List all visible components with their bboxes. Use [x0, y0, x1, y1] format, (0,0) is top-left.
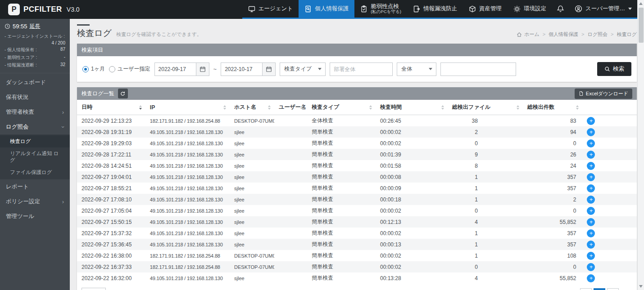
cell-username [274, 239, 307, 250]
column-header-scan-duration[interactable]: 検査時間 [376, 100, 448, 115]
monitor-icon [248, 5, 255, 13]
column-header-datetime[interactable]: 日時 [77, 100, 145, 115]
cell-username [274, 171, 307, 183]
scrollbar-down-arrow[interactable] [639, 285, 643, 288]
user-menu[interactable]: スーパー管理… [569, 0, 638, 18]
cell-scan-duration: 00:00:02 [376, 261, 448, 272]
cell-detected-files: 1 [448, 228, 523, 239]
search-panel-title: 検索項目 [82, 46, 103, 54]
sidebar-subitem-file-protect-log[interactable]: ファイル保護ログ [0, 166, 70, 178]
cell-detail: + [582, 205, 637, 216]
cell-detected-files: 1 [448, 183, 523, 194]
pagination-page-1[interactable]: 1 [580, 288, 592, 290]
nav-vulnerability-check[interactable]: 脆弱性点検 (私のPCを守る) [354, 0, 407, 18]
scrollbar-up-arrow[interactable] [639, 2, 643, 5]
excel-download-button[interactable]: Excelダウンロード [575, 89, 632, 99]
row-expand-button[interactable]: + [587, 274, 595, 282]
pagination-prev-button[interactable]: 前 [567, 288, 578, 290]
brand-logo[interactable]: P PCFILTER V3.0 [0, 0, 88, 19]
scan-type-select[interactable]: 検査タイプ [280, 62, 326, 76]
table-row: 2022-09-28 17:22:1149.105.101.218 / 192.… [77, 149, 637, 160]
date-to-calendar-button[interactable] [262, 62, 276, 76]
cell-detected-files: 4 [448, 272, 523, 284]
pagination-next-button[interactable]: 次 [621, 288, 632, 290]
sidebar: 59:55 延長 - エージェントインストール : 4 / 200 - 個人情報… [0, 19, 70, 290]
cell-scan-type: 簡単検査 [307, 160, 376, 171]
cell-datetime: 2022-09-28 17:22:11 [77, 149, 145, 160]
breadcrumb: ホーム 個人情報保護 ログ照会 検査ログ [517, 31, 637, 38]
row-expand-button[interactable]: + [587, 229, 595, 237]
date-from-input[interactable] [154, 62, 196, 76]
row-expand-button[interactable]: + [587, 173, 595, 181]
pagination-page-2-active[interactable]: 2 [594, 288, 605, 290]
clock-icon [5, 23, 10, 29]
sidebar-item-admin-tools[interactable]: 管理ツール [0, 209, 70, 224]
notifications-button[interactable] [552, 0, 569, 18]
breadcrumb-home[interactable]: ホーム [524, 31, 540, 38]
keyword-input[interactable] [440, 62, 516, 76]
column-header-ip[interactable]: IP [145, 100, 230, 115]
radio-icon [109, 66, 115, 72]
document-search-icon [304, 5, 312, 13]
sidebar-subitem-scan-log[interactable]: 検査ログ [0, 135, 70, 147]
row-expand-button[interactable]: + [587, 196, 595, 204]
scope-select[interactable]: 全体 [397, 62, 436, 76]
cell-scan-type: 簡単検査 [307, 261, 376, 272]
row-expand-button[interactable]: + [587, 241, 595, 249]
row-expand-button[interactable]: + [587, 128, 595, 136]
breadcrumb-personal-info[interactable]: 個人情報保護 [540, 31, 578, 38]
row-expand-button[interactable]: + [587, 218, 595, 226]
column-header-detected-files[interactable]: 総検出ファイル [448, 100, 523, 115]
column-header-scan-type[interactable]: 検査タイプ [307, 100, 376, 115]
sidebar-item-holdings[interactable]: 保有状況 [0, 90, 70, 105]
extend-session-link[interactable]: 延長 [30, 22, 41, 30]
breadcrumb-log-inquiry[interactable]: ログ照会 [578, 31, 608, 38]
period-radio-user-specified[interactable]: ユーザー指定 [109, 65, 150, 73]
row-expand-button[interactable]: + [587, 184, 595, 192]
table-row: 2022-09-27 18:55:2149.105.101.218 / 192.… [77, 183, 637, 194]
refresh-button[interactable] [118, 89, 128, 98]
sidebar-item-policy[interactable]: ポリシー設定› [0, 194, 70, 209]
row-expand-button[interactable]: + [587, 117, 595, 125]
date-from-calendar-button[interactable] [196, 62, 209, 76]
row-expand-button[interactable]: + [587, 207, 595, 215]
cell-username [274, 160, 307, 171]
nav-leak-prevention[interactable]: 情報漏洩防止 [407, 0, 463, 18]
sidebar-subitem-realtime-log[interactable]: リアルタイム通知 ログ [0, 147, 70, 166]
column-header-detected-count[interactable]: 総検出件数 [523, 100, 583, 115]
table-row: 2022-09-27 15:50:1549.105.101.218 / 192.… [77, 216, 637, 228]
table-row: 2022-09-28 19:29:0349.105.101.218 / 192.… [77, 138, 637, 149]
date-to-input[interactable] [221, 62, 262, 76]
column-header-username[interactable]: ユーザー名 [274, 100, 307, 115]
column-header-hostname[interactable]: ホスト名 [230, 100, 274, 115]
cell-datetime: 2022-09-29 12:13:23 [77, 115, 145, 127]
row-expand-button[interactable]: + [587, 252, 595, 260]
sidebar-item-log-inquiry[interactable]: ログ照会› [0, 120, 70, 134]
cell-detail: + [582, 115, 637, 127]
nav-personal-info-protection[interactable]: 個人情報保護 [299, 0, 354, 18]
period-radio-one-month[interactable]: 1ヶ月 [82, 65, 105, 73]
sidebar-item-report[interactable]: レポート [0, 179, 70, 194]
row-expand-button[interactable]: + [587, 151, 595, 159]
department-input[interactable] [330, 62, 393, 76]
pagination-page-3[interactable]: 3 [607, 288, 619, 290]
vertical-scrollbar[interactable] [637, 0, 644, 290]
search-button[interactable]: 検索 [597, 62, 631, 76]
cell-detected-files: 8 [448, 160, 523, 171]
page-size-select[interactable]: 15 [82, 288, 106, 290]
nav-agent[interactable]: エージェント [242, 0, 299, 18]
row-expand-button[interactable]: + [587, 263, 595, 271]
cell-detail: + [582, 216, 637, 228]
sidebar-item-admin-scan[interactable]: 管理者検査› [0, 105, 70, 120]
nav-item-sublabel: (私のPCを守る) [371, 9, 401, 14]
sidebar-item-dashboard[interactable]: ダッシュボード [0, 75, 70, 90]
row-expand-button[interactable]: + [587, 139, 595, 147]
sidebar-menu: ダッシュボード 保有状況 管理者検査› ログ照会› 検査ログ リアルタイム通知 … [0, 73, 70, 224]
cell-detail: + [582, 126, 637, 138]
bell-icon [557, 5, 564, 13]
nav-settings[interactable]: 環境設定 [508, 0, 552, 18]
scrollbar-thumb[interactable] [639, 8, 644, 43]
row-expand-button[interactable]: + [587, 162, 595, 170]
nav-item-label: エージェント [259, 5, 293, 13]
nav-asset-management[interactable]: 資産管理 [463, 0, 508, 18]
